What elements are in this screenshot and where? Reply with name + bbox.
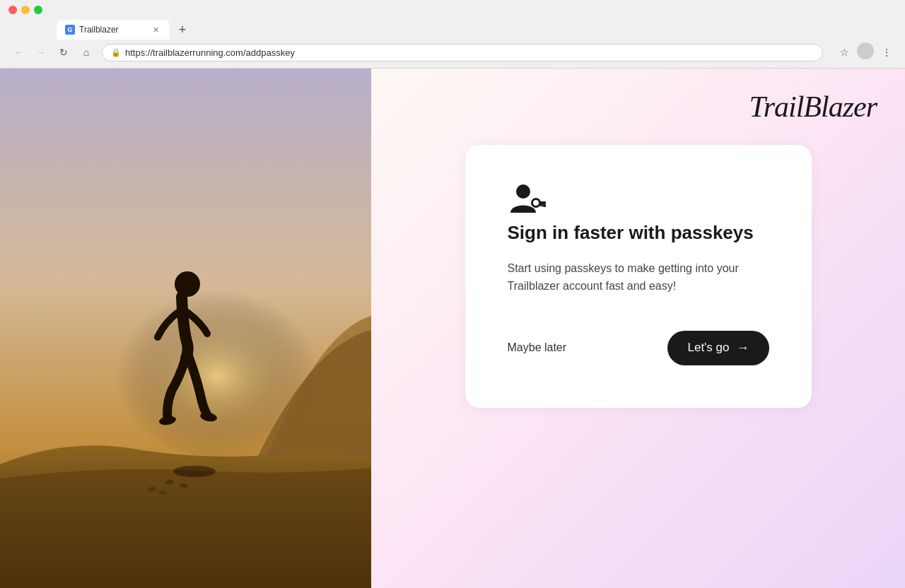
tab-bar: G Trailblazer ✕ + — [0, 20, 905, 40]
runner-scene-svg — [0, 69, 371, 588]
traffic-lights — [8, 6, 42, 14]
nav-buttons: ← → ↻ ⌂ — [8, 42, 96, 62]
profile-button[interactable] — [857, 42, 874, 59]
tab-favicon: G — [65, 25, 75, 35]
browser-actions: ☆ ⋮ — [834, 42, 897, 62]
svg-rect-15 — [540, 204, 543, 206]
close-button[interactable] — [8, 6, 17, 14]
new-tab-button[interactable]: + — [173, 20, 192, 40]
passkey-icon — [508, 180, 769, 221]
active-tab[interactable]: G Trailblazer ✕ — [57, 20, 170, 40]
lets-go-label: Let's go — [687, 341, 729, 355]
svg-rect-14 — [543, 204, 546, 207]
arrow-icon: → — [737, 341, 749, 355]
svg-rect-13 — [539, 201, 546, 204]
minimize-button[interactable] — [21, 6, 30, 14]
passkey-card: Sign in faster with passkeys Start using… — [465, 145, 812, 408]
main-content: TrailBlazer Sign in faster with — [0, 69, 905, 588]
forward-button[interactable]: → — [31, 42, 51, 62]
svg-point-12 — [533, 200, 539, 206]
svg-point-5 — [173, 466, 216, 477]
title-bar — [0, 0, 905, 20]
back-button[interactable]: ← — [8, 42, 28, 62]
card-title: Sign in faster with passkeys — [508, 221, 769, 245]
card-actions: Maybe later Let's go → — [508, 331, 769, 365]
menu-button[interactable]: ⋮ — [877, 42, 897, 62]
browser-chrome: G Trailblazer ✕ + ← → ↻ ⌂ 🔒 https://trai… — [0, 0, 905, 69]
tab-close-button[interactable]: ✕ — [150, 24, 161, 35]
url-bar[interactable]: 🔒 https://trailblazerrunning.com/addpass… — [102, 44, 823, 61]
maybe-later-button[interactable]: Maybe later — [508, 341, 567, 354]
svg-point-10 — [516, 184, 530, 199]
card-description: Start using passkeys to make getting int… — [508, 259, 769, 295]
hero-image-panel — [0, 69, 371, 588]
lets-go-button[interactable]: Let's go → — [667, 331, 769, 365]
right-panel: TrailBlazer Sign in faster with — [371, 69, 905, 588]
bookmark-button[interactable]: ☆ — [834, 42, 854, 62]
logo: TrailBlazer — [749, 90, 877, 124]
home-button[interactable]: ⌂ — [76, 42, 96, 62]
refresh-button[interactable]: ↻ — [54, 42, 74, 62]
url-text: https://trailblazerrunning.com/addpasske… — [125, 47, 295, 58]
address-bar: ← → ↻ ⌂ 🔒 https://trailblazerrunning.com… — [0, 40, 905, 68]
maximize-button[interactable] — [34, 6, 42, 14]
lock-icon: 🔒 — [111, 48, 121, 57]
tab-title: Trailblazer — [79, 25, 119, 35]
